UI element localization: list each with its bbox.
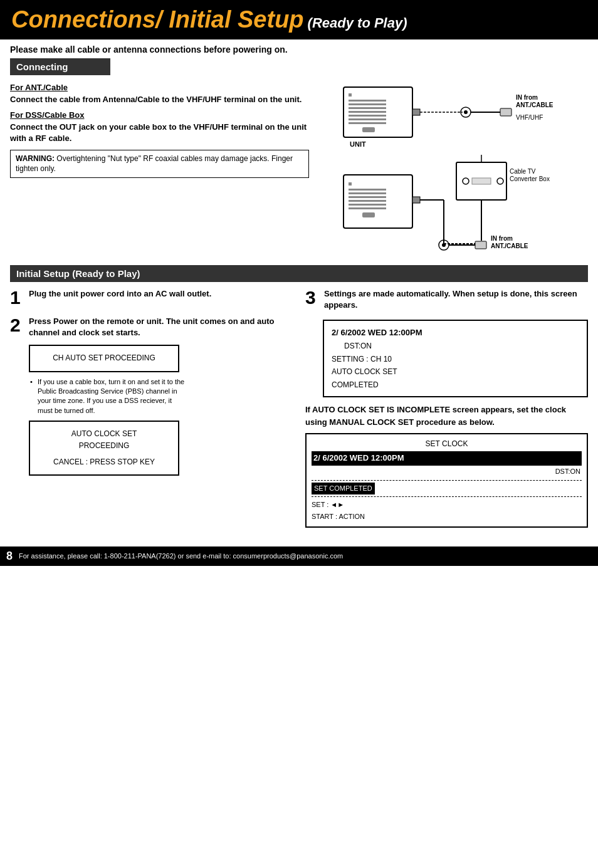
svg-text:Converter Box: Converter Box <box>510 175 550 182</box>
dss-cable-desc: Connect the OUT jack on your cable box t… <box>10 122 325 144</box>
dotted-divider-2 <box>312 496 582 497</box>
step-3: 3 Settings are made automatically. When … <box>305 288 588 311</box>
page-subtitle: Please make all cable or antenna connect… <box>0 39 598 58</box>
svg-text:ANT./CABLE: ANT./CABLE <box>491 243 528 249</box>
set-clock-title: SET CLOCK <box>312 438 582 450</box>
svg-rect-2 <box>349 100 386 102</box>
screen-auto-clock-line3: CANCEL : PRESS STOP KEY <box>38 456 170 468</box>
completed-top-line: 2/ 6/2002 WED 12:00PM <box>332 326 579 340</box>
warning-title: WARNING: <box>16 154 55 163</box>
completed-line2: DST:ON <box>332 340 579 352</box>
screen-auto-clock: AUTO CLOCK SET PROCEEDING CANCEL : PRESS… <box>29 421 179 476</box>
svg-rect-24 <box>349 196 386 198</box>
svg-text:VHF/UHF: VHF/UHF <box>516 114 543 121</box>
svg-rect-1 <box>349 93 352 97</box>
svg-rect-23 <box>349 192 386 194</box>
incomplete-text: If AUTO CLOCK SET IS INCOMPLETE screen a… <box>305 404 588 428</box>
set-line: SET : ◄► START : ACTION <box>312 499 582 522</box>
screen-ch-auto: CH AUTO SET PROCEEDING <box>29 345 179 372</box>
ant-cable-desc: Connect the cable from Antenna/Cable to … <box>10 94 325 105</box>
svg-text:IN from: IN from <box>491 235 513 242</box>
screen-completed: 2/ 6/2002 WED 12:00PM DST:ON SETTING : C… <box>323 320 588 397</box>
svg-text:ANT./CABLE: ANT./CABLE <box>516 102 553 108</box>
warning-body: Overtightening "Nut type" RF coaxial cab… <box>16 154 293 174</box>
set-completed-badge: SET COMPLETED <box>312 483 582 495</box>
header-main-title: Connections/ Initial Setup <box>11 6 304 33</box>
svg-rect-26 <box>349 204 386 206</box>
screen-auto-clock-line2: PROCEEDING <box>38 440 170 452</box>
svg-rect-8 <box>349 122 386 124</box>
dotted-divider <box>312 480 582 481</box>
step-2-num: 2 <box>10 316 24 335</box>
svg-rect-6 <box>349 115 386 117</box>
warning-box: WARNING: Overtightening "Nut type" RF co… <box>10 150 309 179</box>
svg-rect-15 <box>500 108 511 116</box>
svg-text:Cable TV: Cable TV <box>510 168 536 175</box>
svg-rect-9 <box>362 127 375 132</box>
svg-rect-3 <box>349 103 386 105</box>
ant-cable-heading: For ANT./Cable <box>10 83 325 92</box>
connecting-layout: For ANT./Cable Connect the cable from An… <box>0 78 598 263</box>
dss-cable-heading: For DSS/Cable Box <box>10 110 325 120</box>
svg-rect-29 <box>412 197 420 203</box>
cable-box-note: If you use a cable box, turn it on and s… <box>38 377 188 416</box>
svg-rect-44 <box>475 241 486 249</box>
screen-auto-clock-line1: AUTO CLOCK SET <box>38 428 170 440</box>
svg-point-42 <box>442 243 446 247</box>
step-3-text: Settings are made automatically. When se… <box>324 288 588 311</box>
dst-line: DST:ON <box>312 466 582 478</box>
header-sub-title: (Ready to Play) <box>308 15 407 31</box>
svg-rect-27 <box>349 207 386 209</box>
step-3-num: 3 <box>305 288 319 307</box>
setup-content: 1 Plug the unit power cord into an AC wa… <box>10 288 588 528</box>
svg-rect-10 <box>412 109 420 115</box>
svg-rect-35 <box>472 178 491 184</box>
clock-highlight-line: 2/ 6/2002 WED 12:00PM <box>312 451 582 466</box>
step-2: 2 Press Power on the remote or unit. The… <box>10 316 293 479</box>
svg-rect-21 <box>349 182 352 186</box>
diagram-area: IN from ANT./CABLE VHF/UHF UNIT <box>331 78 588 263</box>
completed-line3: SETTING : CH 10 <box>332 353 579 365</box>
svg-rect-7 <box>349 118 386 120</box>
connection-diagram: IN from ANT./CABLE VHF/UHF UNIT <box>331 81 569 263</box>
connecting-text: For ANT./Cable Connect the cable from An… <box>10 78 325 263</box>
setup-left-col: 1 Plug the unit power cord into an AC wa… <box>10 288 293 528</box>
initial-setup-section: Initial Setup (Ready to Play) 1 Plug the… <box>0 265 598 528</box>
footer-help-text: For assistance, please call: 1-800-211-P… <box>19 552 343 560</box>
page-footer: 8 For assistance, please call: 1-800-211… <box>0 546 598 566</box>
svg-point-13 <box>464 110 468 114</box>
step-1: 1 Plug the unit power cord into an AC wa… <box>10 288 293 307</box>
svg-text:IN from: IN from <box>516 94 538 101</box>
svg-point-33 <box>463 178 469 184</box>
svg-rect-22 <box>349 189 386 191</box>
step-2-text: Press Power on the remote or unit. The u… <box>29 316 293 338</box>
connecting-section-bar: Connecting <box>10 58 110 75</box>
svg-text:UNIT: UNIT <box>350 140 366 148</box>
initial-setup-bar: Initial Setup (Ready to Play) <box>10 265 588 282</box>
step-1-num: 1 <box>10 288 24 307</box>
step-2-text-block: Press Power on the remote or unit. The u… <box>29 316 293 479</box>
svg-rect-28 <box>362 212 375 217</box>
step-1-text: Plug the unit power cord into an AC wall… <box>29 288 211 300</box>
page-number: 8 <box>6 550 13 563</box>
page-header: Connections/ Initial Setup (Ready to Pla… <box>0 0 598 39</box>
completed-line4: AUTO CLOCK SET <box>332 365 579 378</box>
svg-rect-4 <box>349 107 386 109</box>
setup-right-col: 3 Settings are made automatically. When … <box>305 288 588 528</box>
svg-rect-5 <box>349 111 386 113</box>
completed-line5: COMPLETED <box>332 379 579 391</box>
svg-point-34 <box>497 178 503 184</box>
svg-rect-25 <box>349 200 386 202</box>
set-clock-screen: SET CLOCK 2/ 6/2002 WED 12:00PM DST:ON S… <box>305 433 588 528</box>
screen-ch-auto-line1: CH AUTO SET PROCEEDING <box>38 352 170 364</box>
